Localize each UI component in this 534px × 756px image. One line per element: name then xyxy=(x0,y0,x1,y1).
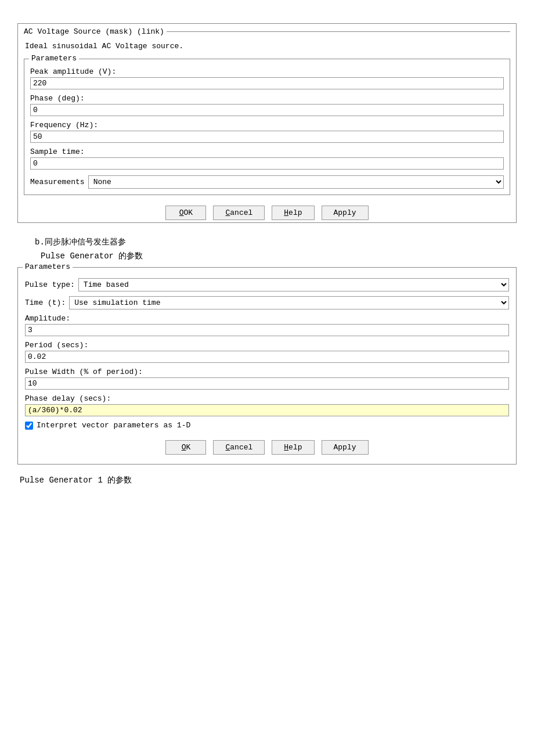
sample-time-label: Sample time: xyxy=(30,147,504,156)
section-b-subtitle: Pulse Generator 的参数 xyxy=(41,251,517,261)
help-underline: H xyxy=(284,208,288,217)
pulse-ok-button[interactable]: OK xyxy=(165,440,206,455)
cancel-label: ancel xyxy=(230,208,252,217)
frequency-input[interactable] xyxy=(30,131,504,143)
ac-cancel-button[interactable]: Cancel xyxy=(213,206,265,220)
ok-label: OK xyxy=(184,208,193,217)
ac-params-title: Parameters xyxy=(29,54,79,63)
pulse-help-label: elp xyxy=(288,443,302,452)
amplitude-input[interactable] xyxy=(25,324,509,336)
amplitude-label: Amplitude: xyxy=(25,314,509,323)
pulse-ok-label: K xyxy=(186,443,190,452)
time-label: Time (t): xyxy=(25,298,66,307)
ac-ok-button[interactable]: OOK xyxy=(165,206,206,220)
measurements-row: Measurements None xyxy=(30,175,504,189)
interpret-checkbox[interactable] xyxy=(25,422,33,430)
ac-panel-header: AC Voltage Source (mask) (link) xyxy=(18,24,516,39)
pulse-width-label: Pulse Width (% of period): xyxy=(25,368,509,376)
checkbox-label: Interpret vector parameters as 1-D xyxy=(37,421,190,430)
section-b-title: b.同步脉冲信号发生器参 xyxy=(35,237,517,247)
period-input[interactable] xyxy=(25,351,509,363)
pulse-type-row: Pulse type: Time based Sample based xyxy=(25,278,509,291)
ac-params-panel: Parameters Peak amplitude (V): Phase (de… xyxy=(24,59,510,195)
peak-amplitude-input[interactable] xyxy=(30,77,504,89)
frequency-label: Frequency (Hz): xyxy=(30,121,504,129)
pulse-type-label: Pulse type: xyxy=(25,280,75,289)
pulse-cancel-label: ancel xyxy=(230,443,252,452)
pulse-cancel-button[interactable]: Cancel xyxy=(213,440,265,455)
phase-delay-label: Phase delay (secs): xyxy=(25,394,509,403)
measurements-label: Measurements xyxy=(30,178,85,186)
pulse-apply-button[interactable]: Apply xyxy=(322,440,369,455)
time-select[interactable]: Use simulation time Use external signal xyxy=(69,296,509,309)
ok-underline: O xyxy=(179,208,184,217)
ac-panel-desc: Ideal sinusoidal AC Voltage source. xyxy=(18,39,516,55)
ac-panel-line xyxy=(167,31,510,32)
sample-time-input[interactable] xyxy=(30,157,504,170)
pulse-help-button[interactable]: Help xyxy=(272,440,314,455)
pulse-params-title: Parameters xyxy=(23,262,73,271)
ac-apply-button[interactable]: Apply xyxy=(322,206,369,220)
pulse-generator-panel: Parameters Pulse type: Time based Sample… xyxy=(17,267,517,465)
ac-voltage-panel: AC Voltage Source (mask) (link) Ideal si… xyxy=(17,23,517,223)
time-row: Time (t): Use simulation time Use extern… xyxy=(25,296,509,309)
phase-delay-input[interactable] xyxy=(25,404,509,416)
ac-help-button[interactable]: Help xyxy=(272,206,314,220)
pulse-width-input[interactable] xyxy=(25,377,509,390)
period-label: Period (secs): xyxy=(25,341,509,350)
measurements-select[interactable]: None xyxy=(88,175,504,189)
peak-amplitude-label: Peak amplitude (V): xyxy=(30,67,504,76)
pulse-help-underline: H xyxy=(284,443,288,452)
pulse-button-row: OK Cancel Help Apply xyxy=(25,440,509,457)
pulse-type-select[interactable]: Time based Sample based xyxy=(78,278,509,291)
ac-panel-title: AC Voltage Source (mask) (link) xyxy=(24,27,164,36)
checkbox-row: Interpret vector parameters as 1-D xyxy=(25,421,509,430)
ac-button-row: OOK Cancel Help Apply xyxy=(18,206,516,222)
phase-label: Phase (deg): xyxy=(30,94,504,103)
help-label: elp xyxy=(288,208,302,217)
footer-text: Pulse Generator 1 的参数 xyxy=(20,475,517,485)
phase-input[interactable] xyxy=(30,104,504,116)
